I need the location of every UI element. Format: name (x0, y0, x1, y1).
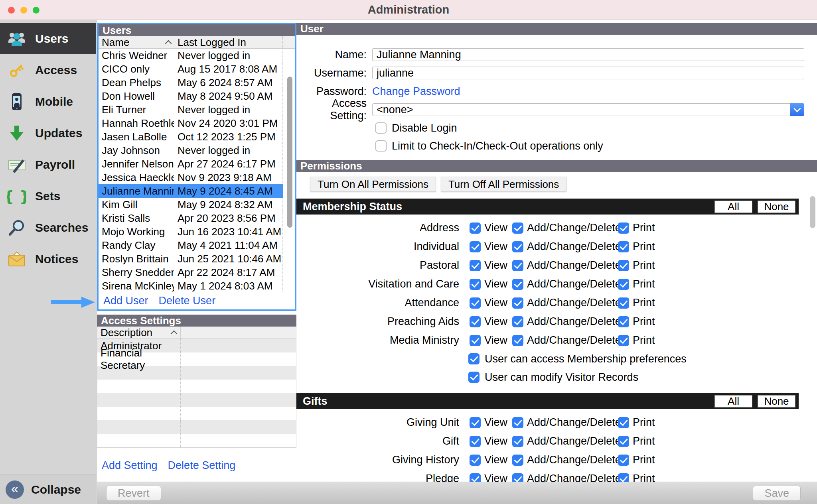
print-checkbox[interactable] (618, 279, 629, 290)
checkbox-label: Print (633, 297, 655, 309)
checkbox-group: Print (618, 454, 655, 466)
table-row[interactable]: Jay JohnsonNever logged in (99, 144, 295, 157)
table-row[interactable]: Kristi SallsApr 20 2023 8:56 PM (99, 211, 295, 225)
print-checkbox[interactable] (618, 222, 629, 234)
delete-user-link[interactable]: Delete User (159, 295, 216, 307)
window-scrollbar-thumb[interactable] (810, 196, 815, 228)
limit-cico-checkbox[interactable] (375, 140, 387, 152)
none-button[interactable]: None (758, 201, 795, 213)
table-row[interactable]: Roslyn BrittainJun 25 2021 10:46 AM (99, 252, 295, 266)
add-change-delete-checkbox[interactable] (512, 417, 523, 428)
sidebar-item-users[interactable]: Users (0, 23, 96, 54)
table-row[interactable]: Eli TurnerNever logged in (99, 103, 295, 116)
minimize-button[interactable] (20, 7, 27, 14)
table-row[interactable]: Hannah RoethleNov 24 2020 3:01 PM (99, 116, 295, 130)
zoom-button[interactable] (33, 7, 39, 14)
none-button[interactable]: None (758, 395, 795, 408)
print-checkbox[interactable] (618, 335, 629, 346)
add-change-delete-checkbox[interactable] (512, 297, 523, 309)
last-login-cell: Apr 20 2023 8:56 PM (174, 211, 283, 225)
description-column-header[interactable]: Description (97, 327, 181, 339)
checkbox-label: View (484, 315, 507, 328)
revert-button[interactable]: Revert (106, 486, 161, 501)
print-checkbox[interactable] (618, 316, 629, 327)
view-checkbox[interactable] (470, 473, 481, 482)
name-column-header[interactable]: Name (99, 36, 174, 48)
table-row[interactable]: Julianne ManningMay 9 2024 8:45 AM (99, 184, 295, 198)
table-row[interactable]: Jasen LaBolleOct 12 2023 1:25 PM (99, 130, 295, 144)
add-change-delete-checkbox[interactable] (512, 473, 523, 482)
disable-login-checkbox[interactable] (375, 122, 387, 134)
delete-setting-link[interactable]: Delete Setting (168, 459, 236, 472)
add-change-delete-checkbox[interactable] (512, 335, 523, 346)
sidebar-item-searches[interactable]: Searches (0, 212, 96, 243)
username-input[interactable] (372, 67, 804, 79)
user-pane-title: User (296, 23, 817, 35)
add-setting-link[interactable]: Add Setting (102, 459, 158, 472)
table-row[interactable]: Kim GillMay 9 2024 8:32 AM (99, 198, 295, 211)
view-checkbox[interactable] (470, 222, 481, 234)
extra-permission-checkbox[interactable] (468, 372, 480, 383)
print-checkbox[interactable] (618, 455, 629, 466)
add-change-delete-checkbox[interactable] (512, 260, 523, 271)
sidebar-item-payroll[interactable]: Payroll (0, 149, 96, 180)
view-checkbox[interactable] (470, 316, 481, 327)
checkbox-label: Add/Change/Delete (527, 222, 621, 234)
print-checkbox[interactable] (618, 417, 629, 428)
save-button[interactable]: Save (753, 486, 801, 501)
sidebar-item-notices[interactable]: Notices (0, 243, 96, 275)
table-row[interactable]: Sherry SneddenApr 22 2024 8:17 AM (99, 266, 295, 279)
change-password-link[interactable]: Change Password (372, 85, 460, 98)
permission-row-label: Giving History (296, 454, 459, 466)
extra-permission-checkbox[interactable] (468, 353, 480, 364)
view-checkbox[interactable] (470, 436, 481, 447)
table-row[interactable]: Jessica HaecklerNov 9 2023 9:18 AM (99, 171, 295, 184)
add-user-link[interactable]: Add User (103, 295, 148, 307)
checkbox-label: Add/Change/Delete (527, 240, 621, 253)
print-checkbox[interactable] (618, 260, 629, 271)
print-checkbox[interactable] (618, 473, 629, 482)
view-checkbox[interactable] (470, 241, 481, 252)
name-input[interactable] (372, 48, 804, 61)
add-change-delete-checkbox[interactable] (512, 241, 523, 252)
table-row[interactable]: CICO onlyAug 15 2017 8:08 AM (99, 62, 295, 76)
add-change-delete-checkbox[interactable] (512, 279, 523, 290)
access-setting-dropdown[interactable]: <none> (372, 103, 804, 116)
print-checkbox[interactable] (618, 241, 629, 252)
view-checkbox[interactable] (470, 335, 481, 346)
view-checkbox[interactable] (470, 417, 481, 428)
sidebar-item-updates[interactable]: Updates (0, 117, 96, 149)
add-change-delete-checkbox[interactable] (512, 222, 523, 234)
print-checkbox[interactable] (618, 297, 629, 309)
table-row[interactable]: Don HowellMay 8 2024 9:50 AM (99, 89, 295, 103)
table-row[interactable]: Chris WeidnerNever logged in (99, 49, 295, 62)
turn-off-all-permissions-button[interactable]: Turn Off All Permissions (441, 177, 566, 192)
sidebar-item-access[interactable]: Access (0, 54, 96, 86)
table-row[interactable]: Randy ClayMay 4 2021 11:04 AM (99, 238, 295, 252)
turn-on-all-permissions-button[interactable]: Turn On All Permissions (310, 177, 436, 192)
add-change-delete-checkbox[interactable] (512, 436, 523, 447)
view-checkbox[interactable] (470, 297, 481, 309)
list-item[interactable]: Financial Secretary (97, 352, 296, 366)
last-logged-in-column-header[interactable]: Last Logged In (174, 36, 283, 48)
users-scrollbar-thumb[interactable] (287, 77, 292, 228)
sidebar-item-mobile[interactable]: Mobile (0, 86, 96, 117)
table-row[interactable]: Mojo WorkingJun 16 2023 10:41 AM (99, 225, 295, 238)
all-button[interactable]: All (714, 201, 752, 213)
add-change-delete-checkbox[interactable] (512, 316, 523, 327)
print-checkbox[interactable] (618, 436, 629, 447)
table-row[interactable]: Sirena McKinleyMay 1 2024 8:03 AM (99, 279, 295, 292)
view-checkbox[interactable] (470, 279, 481, 290)
username-label: Username: (296, 67, 372, 79)
table-row[interactable]: Dean PhelpsMay 6 2024 8:57 AM (99, 76, 295, 89)
user-name-cell: Hannah Roethle (99, 116, 174, 130)
close-button[interactable] (8, 7, 15, 14)
sidebar-item-sets[interactable]: { } Sets (0, 180, 96, 212)
view-checkbox[interactable] (470, 455, 481, 466)
table-row[interactable]: Jennifer NelsonApr 27 2024 6:17 PM (99, 157, 295, 171)
sort-ascending-icon (165, 40, 172, 47)
all-button[interactable]: All (714, 395, 752, 408)
collapse-button[interactable]: « Collapse (0, 474, 96, 504)
view-checkbox[interactable] (470, 260, 481, 271)
add-change-delete-checkbox[interactable] (512, 455, 523, 466)
